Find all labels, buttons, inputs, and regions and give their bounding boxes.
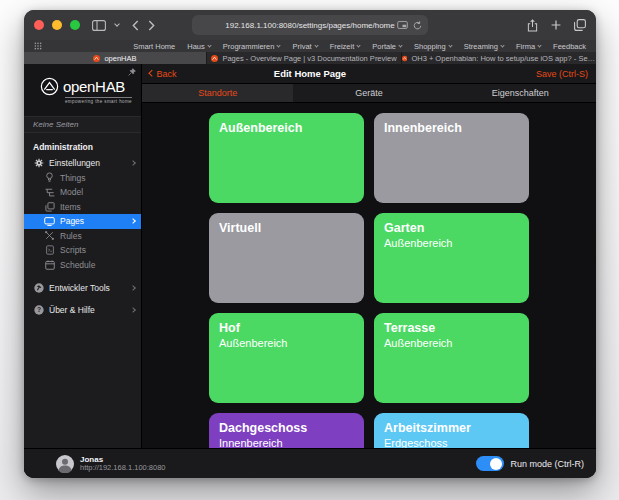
- chevron-down-icon: [314, 43, 318, 47]
- sidebar-item-rules[interactable]: Rules: [24, 229, 141, 244]
- wand-icon: [44, 231, 55, 240]
- tile-canvas: Außenbereich Innenbereich Virtuell: [142, 103, 596, 478]
- location-tile-hof[interactable]: Hof Außenbereich: [209, 313, 364, 403]
- chevron-down-icon: [500, 43, 504, 47]
- browser-tab-docs[interactable]: Pages - Overview Page | v3 Documentation…: [206, 52, 401, 64]
- zoom-window-button[interactable]: [70, 20, 80, 30]
- openhab-favicon: [211, 55, 218, 62]
- bookmark-folder[interactable]: Firma: [516, 42, 541, 51]
- address-bar-url: 192.168.1.100:8080/settings/pages/home/h…: [225, 21, 394, 30]
- chevron-down-icon: [277, 43, 281, 47]
- editor-tab-bar: Standorte Geräte Eigenschaften: [142, 84, 596, 103]
- browser-titlebar: 192.168.1.100:8080/settings/pages/home/h…: [24, 10, 596, 40]
- tab-overview-icon[interactable]: [574, 19, 586, 31]
- sidebar-item-model[interactable]: Model: [24, 185, 141, 200]
- forward-nav-icon[interactable]: [148, 20, 155, 31]
- window-controls: [34, 20, 80, 30]
- chevron-down-icon: [398, 43, 402, 47]
- sidebar-item-things[interactable]: Things: [24, 171, 141, 186]
- openhab-favicon: [93, 55, 100, 62]
- question-circle-icon: ?: [33, 305, 44, 315]
- bookmark-folder[interactable]: Privat: [292, 42, 317, 51]
- tag-icon: [44, 202, 55, 212]
- location-tile-grid: Außenbereich Innenbereich Virtuell: [209, 113, 529, 478]
- new-tab-icon[interactable]: [551, 20, 561, 30]
- bookmark-item[interactable]: Feedback: [553, 42, 586, 51]
- tab-geraete[interactable]: Geräte: [293, 84, 444, 102]
- bookmark-folder[interactable]: Shopping: [414, 42, 452, 51]
- server-url: http://192.168.1.100:8080: [80, 464, 166, 473]
- run-mode-toggle[interactable]: [476, 456, 504, 471]
- page-title: Edit Home Page: [274, 68, 346, 79]
- lightbulb-icon: [44, 172, 55, 183]
- run-mode-label: Run mode (Ctrl-R): [510, 459, 584, 469]
- sidebar-item-schedule[interactable]: Schedule: [24, 258, 141, 273]
- bookmark-item[interactable]: Smart Home: [133, 42, 175, 51]
- tab-standorte[interactable]: Standorte: [142, 84, 293, 102]
- sidebar-item-pages[interactable]: Pages: [24, 214, 141, 229]
- sidebar: openHAB empowering the smart home Keine …: [24, 64, 142, 478]
- frequently-visited-grid-icon[interactable]: [34, 42, 42, 50]
- chevron-down-icon: [448, 43, 452, 47]
- share-icon[interactable]: [527, 19, 538, 32]
- status-toolbar: Jonas http://192.168.1.100:8080 Run mode…: [24, 448, 596, 478]
- openhab-favicon: [402, 55, 407, 62]
- location-tile-terrasse[interactable]: Terrasse Außenbereich: [374, 313, 529, 403]
- chevron-right-icon: [130, 218, 136, 224]
- sidebar-item-ueber-hilfe[interactable]: ? Über & Hilfe: [24, 303, 141, 318]
- browser-tab-openhab[interactable]: openHAB: [24, 52, 206, 64]
- calendar-icon: [44, 260, 55, 270]
- browser-tab-bar: openHAB Pages - Overview Page | v3 Docum…: [24, 52, 596, 64]
- reload-icon[interactable]: [413, 21, 422, 30]
- bookmark-folder[interactable]: Haus: [187, 42, 211, 51]
- bookmark-folder[interactable]: Freizeit: [330, 42, 361, 51]
- toggle-knob: [490, 458, 502, 470]
- address-bar[interactable]: 192.168.1.100:8080/settings/pages/home/h…: [192, 15, 428, 35]
- chevron-left-icon: [149, 70, 155, 76]
- safari-window: 192.168.1.100:8080/settings/pages/home/h…: [24, 10, 596, 478]
- avatar[interactable]: [56, 455, 74, 473]
- sidebar-item-scripts[interactable]: Scripts: [24, 243, 141, 258]
- location-tile-virtuell[interactable]: Virtuell: [209, 213, 364, 303]
- bookmark-folder[interactable]: Programmieren: [223, 42, 281, 51]
- location-tile-innenbereich[interactable]: Innenbereich: [374, 113, 529, 203]
- openhab-logo-icon: [40, 77, 59, 96]
- bookmark-folder[interactable]: Portale: [372, 42, 402, 51]
- chevron-right-icon: [130, 307, 136, 313]
- chevron-down-icon: [537, 43, 541, 47]
- chevron-down-icon: [357, 43, 361, 47]
- sidebar-toggle-icon[interactable]: [92, 20, 106, 31]
- desktop-background: 192.168.1.100:8080/settings/pages/home/h…: [0, 0, 619, 500]
- minimize-window-button[interactable]: [52, 20, 62, 30]
- chevron-right-icon: [130, 160, 136, 166]
- sidebar-menu: Administration Einstellungen Things: [24, 133, 141, 317]
- pin-sidebar-icon[interactable]: [128, 68, 136, 76]
- sidebar-item-einstellungen[interactable]: Einstellungen: [24, 156, 141, 171]
- openhab-logo: openHAB empowering the smart home: [24, 64, 141, 116]
- page-header: Back Edit Home Page Save (Ctrl-S): [142, 64, 596, 84]
- sidebar-menu-chevron-icon[interactable]: [114, 21, 120, 27]
- chevron-down-icon: [207, 43, 211, 47]
- browser-tab-forum[interactable]: OH3 + Openhabian: How to setup/use iOS a…: [401, 52, 596, 64]
- location-tile-aussenbereich[interactable]: Außenbereich: [209, 113, 364, 203]
- display-icon: [44, 217, 55, 226]
- pages-empty-label: Keine Seiten: [24, 116, 141, 133]
- sidebar-item-items[interactable]: Items: [24, 200, 141, 215]
- location-tile-garten[interactable]: Garten Außenbereich: [374, 213, 529, 303]
- save-button[interactable]: Save (Ctrl-S): [536, 69, 588, 79]
- main-panel: Back Edit Home Page Save (Ctrl-S) Stando…: [142, 64, 596, 478]
- logo-tagline: empowering the smart home: [65, 97, 132, 104]
- page-settings-icon[interactable]: [397, 21, 408, 29]
- logo-text: openHAB: [63, 78, 125, 95]
- gear-icon: [33, 158, 44, 168]
- tab-eigenschaften[interactable]: Eigenschaften: [445, 84, 596, 102]
- svg-text:?: ?: [36, 306, 40, 313]
- bookmark-folder[interactable]: Streaming: [464, 42, 504, 51]
- close-window-button[interactable]: [34, 20, 44, 30]
- bookmarks-bar: Smart Home Haus Programmieren Privat Fre…: [24, 40, 596, 52]
- sidebar-item-entwickler-tools[interactable]: Entwickler Tools: [24, 281, 141, 296]
- code-file-icon: [44, 245, 55, 255]
- back-button[interactable]: Back: [150, 69, 177, 79]
- openhab-app: openHAB empowering the smart home Keine …: [24, 64, 596, 478]
- back-nav-icon[interactable]: [132, 20, 139, 31]
